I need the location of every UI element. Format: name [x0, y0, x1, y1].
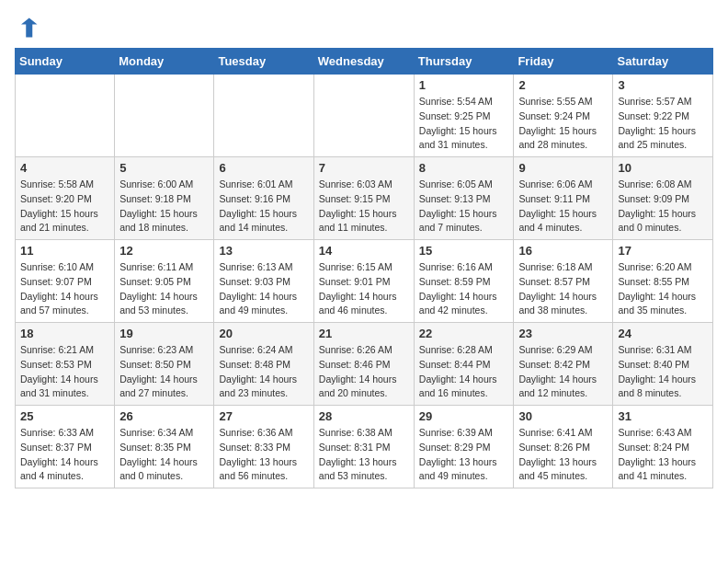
day-number: 30: [518, 409, 608, 423]
day-number: 27: [219, 409, 308, 423]
calendar-cell: 3Sunrise: 5:57 AM Sunset: 9:22 PM Daylig…: [613, 75, 713, 157]
day-number: 21: [319, 327, 409, 340]
calendar-cell: 22Sunrise: 6:28 AM Sunset: 8:44 PM Dayli…: [414, 323, 514, 406]
day-info: Sunrise: 6:26 AM Sunset: 8:46 PM Dayligh…: [319, 343, 409, 401]
calendar-cell: 26Sunrise: 6:34 AM Sunset: 8:35 PM Dayli…: [115, 406, 214, 488]
day-info: Sunrise: 6:31 AM Sunset: 8:40 PM Dayligh…: [618, 343, 708, 401]
day-number: 18: [20, 327, 109, 340]
calendar-cell: 30Sunrise: 6:41 AM Sunset: 8:26 PM Dayli…: [514, 406, 613, 488]
day-number: 7: [319, 161, 409, 175]
calendar-cell: 31Sunrise: 6:43 AM Sunset: 8:24 PM Dayli…: [613, 406, 713, 488]
calendar-cell: 27Sunrise: 6:36 AM Sunset: 8:33 PM Dayli…: [214, 406, 313, 488]
calendar-cell: 17Sunrise: 6:20 AM Sunset: 8:55 PM Dayli…: [613, 240, 713, 323]
day-info: Sunrise: 6:43 AM Sunset: 8:24 PM Dayligh…: [618, 426, 708, 484]
day-header-wednesday: Wednesday: [313, 49, 414, 75]
day-info: Sunrise: 6:13 AM Sunset: 9:03 PM Dayligh…: [219, 260, 308, 318]
calendar-cell: 28Sunrise: 6:38 AM Sunset: 8:31 PM Dayli…: [313, 406, 414, 488]
day-info: Sunrise: 6:01 AM Sunset: 9:16 PM Dayligh…: [219, 178, 308, 236]
day-info: Sunrise: 6:06 AM Sunset: 9:11 PM Dayligh…: [518, 178, 608, 236]
day-number: 17: [618, 244, 708, 258]
calendar-week-1: 1Sunrise: 5:54 AM Sunset: 9:25 PM Daylig…: [16, 75, 713, 157]
calendar-cell: 4Sunrise: 5:58 AM Sunset: 9:20 PM Daylig…: [16, 157, 115, 240]
day-info: Sunrise: 5:55 AM Sunset: 9:24 PM Dayligh…: [518, 95, 608, 153]
day-info: Sunrise: 5:57 AM Sunset: 9:22 PM Dayligh…: [618, 95, 708, 153]
day-info: Sunrise: 6:11 AM Sunset: 9:05 PM Dayligh…: [119, 260, 209, 318]
calendar-cell: 11Sunrise: 6:10 AM Sunset: 9:07 PM Dayli…: [16, 240, 115, 323]
day-info: Sunrise: 6:20 AM Sunset: 8:55 PM Dayligh…: [618, 260, 708, 318]
day-number: 15: [419, 244, 509, 258]
calendar-cell: 20Sunrise: 6:24 AM Sunset: 8:48 PM Dayli…: [214, 323, 313, 406]
day-header-sunday: Sunday: [16, 49, 115, 75]
day-info: Sunrise: 6:18 AM Sunset: 8:57 PM Dayligh…: [518, 260, 608, 318]
calendar-cell: 6Sunrise: 6:01 AM Sunset: 9:16 PM Daylig…: [214, 157, 313, 240]
day-info: Sunrise: 5:54 AM Sunset: 9:25 PM Dayligh…: [419, 95, 509, 153]
calendar-cell: 7Sunrise: 6:03 AM Sunset: 9:15 PM Daylig…: [313, 157, 414, 240]
calendar: SundayMondayTuesdayWednesdayThursdayFrid…: [15, 48, 713, 488]
logo-icon: [15, 15, 40, 40]
day-info: Sunrise: 6:16 AM Sunset: 8:59 PM Dayligh…: [419, 260, 509, 318]
day-number: 4: [20, 161, 109, 175]
calendar-cell: [313, 75, 414, 157]
day-number: 29: [419, 409, 509, 423]
calendar-cell: 14Sunrise: 6:15 AM Sunset: 9:01 PM Dayli…: [313, 240, 414, 323]
day-info: Sunrise: 6:08 AM Sunset: 9:09 PM Dayligh…: [618, 178, 708, 236]
calendar-cell: 2Sunrise: 5:55 AM Sunset: 9:24 PM Daylig…: [514, 75, 613, 157]
calendar-week-5: 25Sunrise: 6:33 AM Sunset: 8:37 PM Dayli…: [16, 406, 713, 488]
calendar-cell: 25Sunrise: 6:33 AM Sunset: 8:37 PM Dayli…: [16, 406, 115, 488]
day-number: 3: [618, 78, 708, 92]
day-info: Sunrise: 6:03 AM Sunset: 9:15 PM Dayligh…: [319, 178, 409, 236]
calendar-cell: 18Sunrise: 6:21 AM Sunset: 8:53 PM Dayli…: [16, 323, 115, 406]
calendar-week-2: 4Sunrise: 5:58 AM Sunset: 9:20 PM Daylig…: [16, 157, 713, 240]
day-header-saturday: Saturday: [613, 49, 713, 75]
calendar-cell: [214, 75, 313, 157]
calendar-cell: 21Sunrise: 6:26 AM Sunset: 8:46 PM Dayli…: [313, 323, 414, 406]
calendar-cell: 24Sunrise: 6:31 AM Sunset: 8:40 PM Dayli…: [613, 323, 713, 406]
day-info: Sunrise: 6:15 AM Sunset: 9:01 PM Dayligh…: [319, 260, 409, 318]
calendar-cell: 13Sunrise: 6:13 AM Sunset: 9:03 PM Dayli…: [214, 240, 313, 323]
calendar-week-4: 18Sunrise: 6:21 AM Sunset: 8:53 PM Dayli…: [16, 323, 713, 406]
page-header: [15, 15, 713, 40]
day-info: Sunrise: 6:29 AM Sunset: 8:42 PM Dayligh…: [518, 343, 608, 401]
day-number: 1: [419, 78, 509, 92]
calendar-cell: 12Sunrise: 6:11 AM Sunset: 9:05 PM Dayli…: [115, 240, 214, 323]
day-info: Sunrise: 6:28 AM Sunset: 8:44 PM Dayligh…: [419, 343, 509, 401]
day-info: Sunrise: 6:24 AM Sunset: 8:48 PM Dayligh…: [219, 343, 308, 401]
day-header-thursday: Thursday: [414, 49, 514, 75]
calendar-cell: 8Sunrise: 6:05 AM Sunset: 9:13 PM Daylig…: [414, 157, 514, 240]
calendar-cell: 1Sunrise: 5:54 AM Sunset: 9:25 PM Daylig…: [414, 75, 514, 157]
day-number: 6: [219, 161, 308, 175]
day-number: 24: [618, 327, 708, 340]
day-number: 9: [518, 161, 608, 175]
calendar-cell: 23Sunrise: 6:29 AM Sunset: 8:42 PM Dayli…: [514, 323, 613, 406]
day-number: 2: [518, 78, 608, 92]
day-info: Sunrise: 6:36 AM Sunset: 8:33 PM Dayligh…: [219, 426, 308, 484]
calendar-header-row: SundayMondayTuesdayWednesdayThursdayFrid…: [16, 49, 713, 75]
calendar-cell: 9Sunrise: 6:06 AM Sunset: 9:11 PM Daylig…: [514, 157, 613, 240]
day-number: 12: [119, 244, 209, 258]
day-info: Sunrise: 6:00 AM Sunset: 9:18 PM Dayligh…: [119, 178, 209, 236]
day-header-tuesday: Tuesday: [214, 49, 313, 75]
day-info: Sunrise: 6:21 AM Sunset: 8:53 PM Dayligh…: [20, 343, 109, 401]
day-info: Sunrise: 6:33 AM Sunset: 8:37 PM Dayligh…: [20, 426, 109, 484]
day-info: Sunrise: 6:38 AM Sunset: 8:31 PM Dayligh…: [319, 426, 409, 484]
day-number: 8: [419, 161, 509, 175]
day-number: 10: [618, 161, 708, 175]
day-info: Sunrise: 6:34 AM Sunset: 8:35 PM Dayligh…: [119, 426, 209, 484]
day-number: 20: [219, 327, 308, 340]
calendar-cell: 15Sunrise: 6:16 AM Sunset: 8:59 PM Dayli…: [414, 240, 514, 323]
day-info: Sunrise: 6:23 AM Sunset: 8:50 PM Dayligh…: [119, 343, 209, 401]
day-number: 28: [319, 409, 409, 423]
day-number: 13: [219, 244, 308, 258]
day-number: 14: [319, 244, 409, 258]
day-number: 5: [119, 161, 209, 175]
calendar-cell: 29Sunrise: 6:39 AM Sunset: 8:29 PM Dayli…: [414, 406, 514, 488]
day-number: 19: [119, 327, 209, 340]
day-info: Sunrise: 5:58 AM Sunset: 9:20 PM Dayligh…: [20, 178, 109, 236]
day-header-friday: Friday: [514, 49, 613, 75]
day-number: 26: [119, 409, 209, 423]
day-info: Sunrise: 6:39 AM Sunset: 8:29 PM Dayligh…: [419, 426, 509, 484]
calendar-cell: [115, 75, 214, 157]
day-header-monday: Monday: [115, 49, 214, 75]
logo: [15, 15, 44, 40]
day-info: Sunrise: 6:05 AM Sunset: 9:13 PM Dayligh…: [419, 178, 509, 236]
